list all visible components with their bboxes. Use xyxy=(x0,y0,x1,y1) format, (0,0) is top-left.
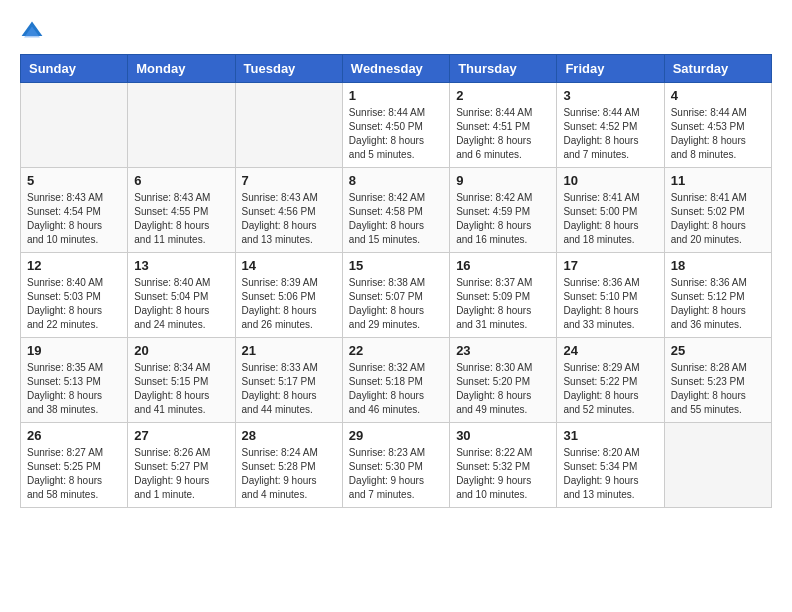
calendar-cell xyxy=(21,83,128,168)
day-number: 8 xyxy=(349,173,443,188)
day-number: 17 xyxy=(563,258,657,273)
calendar-cell: 16Sunrise: 8:37 AM Sunset: 5:09 PM Dayli… xyxy=(450,253,557,338)
day-info: Sunrise: 8:23 AM Sunset: 5:30 PM Dayligh… xyxy=(349,446,443,502)
calendar-cell: 1Sunrise: 8:44 AM Sunset: 4:50 PM Daylig… xyxy=(342,83,449,168)
day-info: Sunrise: 8:36 AM Sunset: 5:12 PM Dayligh… xyxy=(671,276,765,332)
day-info: Sunrise: 8:33 AM Sunset: 5:17 PM Dayligh… xyxy=(242,361,336,417)
day-info: Sunrise: 8:32 AM Sunset: 5:18 PM Dayligh… xyxy=(349,361,443,417)
day-number: 12 xyxy=(27,258,121,273)
day-number: 26 xyxy=(27,428,121,443)
logo-icon xyxy=(20,20,44,44)
weekday-header: Tuesday xyxy=(235,55,342,83)
day-number: 25 xyxy=(671,343,765,358)
day-info: Sunrise: 8:24 AM Sunset: 5:28 PM Dayligh… xyxy=(242,446,336,502)
weekday-header: Saturday xyxy=(664,55,771,83)
day-info: Sunrise: 8:29 AM Sunset: 5:22 PM Dayligh… xyxy=(563,361,657,417)
calendar-cell: 3Sunrise: 8:44 AM Sunset: 4:52 PM Daylig… xyxy=(557,83,664,168)
day-info: Sunrise: 8:44 AM Sunset: 4:52 PM Dayligh… xyxy=(563,106,657,162)
day-number: 10 xyxy=(563,173,657,188)
day-info: Sunrise: 8:39 AM Sunset: 5:06 PM Dayligh… xyxy=(242,276,336,332)
day-number: 22 xyxy=(349,343,443,358)
calendar-cell: 11Sunrise: 8:41 AM Sunset: 5:02 PM Dayli… xyxy=(664,168,771,253)
calendar-cell: 30Sunrise: 8:22 AM Sunset: 5:32 PM Dayli… xyxy=(450,423,557,508)
day-info: Sunrise: 8:36 AM Sunset: 5:10 PM Dayligh… xyxy=(563,276,657,332)
page-header xyxy=(20,20,772,44)
weekday-header: Thursday xyxy=(450,55,557,83)
calendar-week-row: 19Sunrise: 8:35 AM Sunset: 5:13 PM Dayli… xyxy=(21,338,772,423)
calendar-cell: 24Sunrise: 8:29 AM Sunset: 5:22 PM Dayli… xyxy=(557,338,664,423)
day-info: Sunrise: 8:22 AM Sunset: 5:32 PM Dayligh… xyxy=(456,446,550,502)
day-info: Sunrise: 8:28 AM Sunset: 5:23 PM Dayligh… xyxy=(671,361,765,417)
day-number: 11 xyxy=(671,173,765,188)
calendar-cell: 19Sunrise: 8:35 AM Sunset: 5:13 PM Dayli… xyxy=(21,338,128,423)
calendar-body: 1Sunrise: 8:44 AM Sunset: 4:50 PM Daylig… xyxy=(21,83,772,508)
day-info: Sunrise: 8:43 AM Sunset: 4:56 PM Dayligh… xyxy=(242,191,336,247)
day-info: Sunrise: 8:37 AM Sunset: 5:09 PM Dayligh… xyxy=(456,276,550,332)
calendar-cell: 10Sunrise: 8:41 AM Sunset: 5:00 PM Dayli… xyxy=(557,168,664,253)
day-number: 18 xyxy=(671,258,765,273)
calendar-cell xyxy=(128,83,235,168)
day-number: 21 xyxy=(242,343,336,358)
calendar-cell: 21Sunrise: 8:33 AM Sunset: 5:17 PM Dayli… xyxy=(235,338,342,423)
weekday-header: Sunday xyxy=(21,55,128,83)
calendar-cell: 4Sunrise: 8:44 AM Sunset: 4:53 PM Daylig… xyxy=(664,83,771,168)
calendar-cell: 20Sunrise: 8:34 AM Sunset: 5:15 PM Dayli… xyxy=(128,338,235,423)
day-number: 20 xyxy=(134,343,228,358)
calendar-week-row: 1Sunrise: 8:44 AM Sunset: 4:50 PM Daylig… xyxy=(21,83,772,168)
calendar-cell: 2Sunrise: 8:44 AM Sunset: 4:51 PM Daylig… xyxy=(450,83,557,168)
day-info: Sunrise: 8:35 AM Sunset: 5:13 PM Dayligh… xyxy=(27,361,121,417)
day-number: 5 xyxy=(27,173,121,188)
day-info: Sunrise: 8:34 AM Sunset: 5:15 PM Dayligh… xyxy=(134,361,228,417)
calendar-cell: 27Sunrise: 8:26 AM Sunset: 5:27 PM Dayli… xyxy=(128,423,235,508)
calendar-cell: 13Sunrise: 8:40 AM Sunset: 5:04 PM Dayli… xyxy=(128,253,235,338)
calendar-table: SundayMondayTuesdayWednesdayThursdayFrid… xyxy=(20,54,772,508)
calendar-cell: 5Sunrise: 8:43 AM Sunset: 4:54 PM Daylig… xyxy=(21,168,128,253)
day-number: 2 xyxy=(456,88,550,103)
calendar-header-row: SundayMondayTuesdayWednesdayThursdayFrid… xyxy=(21,55,772,83)
calendar-cell: 14Sunrise: 8:39 AM Sunset: 5:06 PM Dayli… xyxy=(235,253,342,338)
day-info: Sunrise: 8:44 AM Sunset: 4:51 PM Dayligh… xyxy=(456,106,550,162)
day-info: Sunrise: 8:30 AM Sunset: 5:20 PM Dayligh… xyxy=(456,361,550,417)
calendar-cell: 23Sunrise: 8:30 AM Sunset: 5:20 PM Dayli… xyxy=(450,338,557,423)
calendar-cell: 22Sunrise: 8:32 AM Sunset: 5:18 PM Dayli… xyxy=(342,338,449,423)
day-info: Sunrise: 8:41 AM Sunset: 5:00 PM Dayligh… xyxy=(563,191,657,247)
day-number: 1 xyxy=(349,88,443,103)
day-number: 30 xyxy=(456,428,550,443)
day-number: 31 xyxy=(563,428,657,443)
day-info: Sunrise: 8:40 AM Sunset: 5:03 PM Dayligh… xyxy=(27,276,121,332)
calendar-cell: 25Sunrise: 8:28 AM Sunset: 5:23 PM Dayli… xyxy=(664,338,771,423)
logo xyxy=(20,20,48,44)
day-number: 15 xyxy=(349,258,443,273)
day-info: Sunrise: 8:44 AM Sunset: 4:53 PM Dayligh… xyxy=(671,106,765,162)
calendar-cell: 12Sunrise: 8:40 AM Sunset: 5:03 PM Dayli… xyxy=(21,253,128,338)
day-number: 3 xyxy=(563,88,657,103)
day-number: 14 xyxy=(242,258,336,273)
day-number: 24 xyxy=(563,343,657,358)
day-number: 4 xyxy=(671,88,765,103)
day-info: Sunrise: 8:43 AM Sunset: 4:54 PM Dayligh… xyxy=(27,191,121,247)
calendar-cell: 15Sunrise: 8:38 AM Sunset: 5:07 PM Dayli… xyxy=(342,253,449,338)
calendar-week-row: 5Sunrise: 8:43 AM Sunset: 4:54 PM Daylig… xyxy=(21,168,772,253)
day-info: Sunrise: 8:44 AM Sunset: 4:50 PM Dayligh… xyxy=(349,106,443,162)
calendar-cell: 7Sunrise: 8:43 AM Sunset: 4:56 PM Daylig… xyxy=(235,168,342,253)
day-number: 13 xyxy=(134,258,228,273)
day-number: 29 xyxy=(349,428,443,443)
calendar-cell: 17Sunrise: 8:36 AM Sunset: 5:10 PM Dayli… xyxy=(557,253,664,338)
day-number: 6 xyxy=(134,173,228,188)
calendar-cell: 6Sunrise: 8:43 AM Sunset: 4:55 PM Daylig… xyxy=(128,168,235,253)
calendar-cell: 29Sunrise: 8:23 AM Sunset: 5:30 PM Dayli… xyxy=(342,423,449,508)
day-info: Sunrise: 8:26 AM Sunset: 5:27 PM Dayligh… xyxy=(134,446,228,502)
day-info: Sunrise: 8:42 AM Sunset: 4:58 PM Dayligh… xyxy=(349,191,443,247)
day-info: Sunrise: 8:40 AM Sunset: 5:04 PM Dayligh… xyxy=(134,276,228,332)
calendar-cell: 18Sunrise: 8:36 AM Sunset: 5:12 PM Dayli… xyxy=(664,253,771,338)
day-number: 16 xyxy=(456,258,550,273)
day-number: 7 xyxy=(242,173,336,188)
calendar-week-row: 12Sunrise: 8:40 AM Sunset: 5:03 PM Dayli… xyxy=(21,253,772,338)
calendar-cell: 26Sunrise: 8:27 AM Sunset: 5:25 PM Dayli… xyxy=(21,423,128,508)
day-number: 28 xyxy=(242,428,336,443)
day-info: Sunrise: 8:38 AM Sunset: 5:07 PM Dayligh… xyxy=(349,276,443,332)
calendar-cell xyxy=(664,423,771,508)
calendar-cell: 28Sunrise: 8:24 AM Sunset: 5:28 PM Dayli… xyxy=(235,423,342,508)
weekday-header: Wednesday xyxy=(342,55,449,83)
day-number: 9 xyxy=(456,173,550,188)
